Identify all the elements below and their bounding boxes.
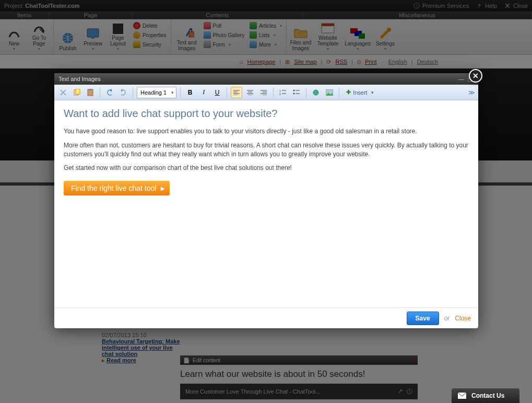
content-p1: You have good reason to: live support en… bbox=[64, 127, 469, 136]
italic-button[interactable]: I bbox=[198, 87, 209, 98]
paste-button[interactable] bbox=[85, 87, 96, 98]
insert-label: Insert bbox=[353, 89, 368, 96]
close-link[interactable]: Close bbox=[455, 315, 471, 322]
save-button[interactable]: Save bbox=[407, 312, 439, 325]
image-button[interactable] bbox=[324, 87, 335, 98]
svg-text:2: 2 bbox=[279, 93, 281, 96]
content-p2: More often than not, customers are hesit… bbox=[64, 141, 469, 159]
minimize-icon[interactable]: — bbox=[457, 76, 466, 82]
ol-icon: 12 bbox=[279, 89, 287, 96]
svg-point-23 bbox=[313, 90, 318, 95]
content-heading: Want to add live chat support to your we… bbox=[64, 108, 469, 120]
underline-button[interactable]: U bbox=[211, 87, 223, 98]
modal-title-bar[interactable]: Text and Images — ▢ bbox=[54, 73, 478, 85]
modal-footer: Save or Close bbox=[54, 307, 478, 328]
cut-button[interactable] bbox=[57, 87, 69, 98]
contact-label: Contact Us bbox=[471, 392, 504, 399]
content-p3: Get started now with our comparison char… bbox=[64, 164, 469, 172]
redo-icon bbox=[120, 89, 127, 96]
modal-title: Text and Images bbox=[58, 76, 101, 82]
text-images-modal: Text and Images — ▢ ✕ Heading 1 B I U 12… bbox=[54, 73, 478, 328]
align-right-icon bbox=[261, 90, 267, 95]
align-left-icon bbox=[233, 90, 240, 95]
contact-us-tab[interactable]: Contact Us bbox=[452, 388, 519, 403]
svg-rect-16 bbox=[76, 89, 80, 94]
copy-button[interactable] bbox=[71, 87, 82, 98]
align-center-icon bbox=[247, 90, 253, 95]
editor-content[interactable]: Want to add live chat support to your we… bbox=[54, 100, 478, 301]
style-select-value: Heading 1 bbox=[140, 89, 167, 96]
undo-icon bbox=[106, 89, 113, 96]
ordered-list-button[interactable]: 12 bbox=[277, 87, 289, 98]
cut-icon bbox=[60, 89, 67, 96]
svg-point-21 bbox=[293, 89, 295, 91]
redo-button[interactable] bbox=[117, 87, 129, 98]
modal-close-button[interactable]: ✕ bbox=[469, 69, 482, 83]
image-icon bbox=[326, 89, 333, 96]
svg-rect-18 bbox=[89, 89, 92, 90]
align-left-button[interactable] bbox=[231, 87, 242, 98]
or-label: or bbox=[444, 315, 450, 322]
paste-icon bbox=[87, 89, 94, 96]
align-right-button[interactable] bbox=[258, 87, 269, 98]
toolbar-expand-button[interactable]: ≫ bbox=[468, 89, 475, 96]
undo-button[interactable] bbox=[104, 87, 115, 98]
unordered-list-button[interactable] bbox=[291, 87, 302, 98]
insert-button[interactable]: ✚Insert bbox=[343, 87, 375, 98]
ul-icon bbox=[293, 89, 300, 96]
copy-icon bbox=[73, 89, 80, 96]
link-icon bbox=[312, 89, 320, 96]
editor-toolbar: Heading 1 B I U 12 ✚Insert ≫ bbox=[54, 85, 478, 100]
mail-icon bbox=[458, 393, 466, 399]
plus-icon: ✚ bbox=[346, 89, 351, 96]
align-center-button[interactable] bbox=[244, 87, 256, 98]
link-button[interactable] bbox=[310, 87, 322, 98]
cta-button[interactable]: Find the right live chat tool bbox=[64, 181, 170, 195]
style-select[interactable]: Heading 1 bbox=[137, 87, 176, 98]
cta-label: Find the right live chat tool bbox=[71, 184, 156, 192]
svg-point-22 bbox=[293, 93, 295, 94]
svg-point-25 bbox=[327, 90, 329, 92]
bold-button[interactable]: B bbox=[184, 87, 196, 98]
